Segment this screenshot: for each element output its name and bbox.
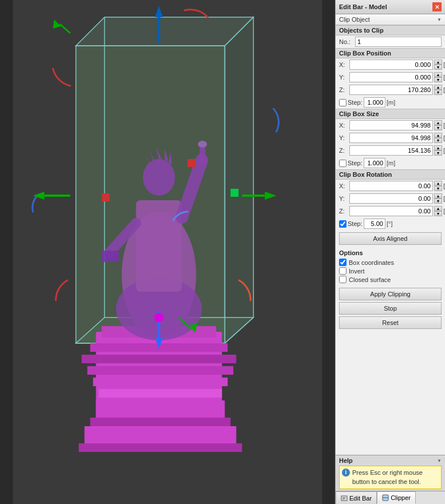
options-section: Options Box coordinates Invert Closed su… [336,247,445,286]
size-y-label: Y: [339,134,348,141]
size-z-up[interactable]: ▲ [434,145,442,150]
position-z-down[interactable]: ▼ [434,90,442,95]
position-step-input[interactable] [364,97,385,108]
position-y-label: Y: [339,74,348,81]
position-x-row: X: ▲ ▼ [m] [336,58,445,71]
rotation-x-spinner[interactable]: ▲ ▼ [434,181,442,191]
clip-box-rotation-header: Clip Box Rotation [336,169,445,180]
position-x-spinner[interactable]: ▲ ▼ [434,59,442,70]
rotation-step-row: Step: [°] [336,217,445,230]
svg-rect-16 [79,443,242,452]
rotation-y-row: Y: ▲ ▼ [°] [336,192,445,205]
position-z-row: Z: ▲ ▼ [m] [336,84,445,96]
position-y-up[interactable]: ▲ [434,72,442,77]
size-z-spinner[interactable]: ▲ ▼ [434,145,442,156]
svg-rect-11 [93,378,228,386]
3d-viewport[interactable] [0,0,335,504]
position-y-input[interactable] [349,72,433,82]
position-step-label: Step: [348,99,363,106]
position-x-up[interactable]: ▲ [434,59,442,65]
size-x-spinner[interactable]: ▲ ▼ [434,120,442,130]
size-x-down[interactable]: ▼ [434,125,442,130]
size-y-spinner[interactable]: ▲ ▼ [434,133,442,143]
position-x-input[interactable] [349,59,433,70]
position-z-input[interactable] [349,85,433,95]
position-z-spinner[interactable]: ▲ ▼ [434,85,442,95]
size-y-up[interactable]: ▲ [434,133,442,138]
position-y-down[interactable]: ▼ [434,77,442,82]
help-section: Help ▼ i Press Esc or right mouse button… [336,455,445,491]
rotation-z-label: Z: [339,208,348,215]
size-z-input[interactable] [349,145,433,156]
close-button[interactable]: ✕ [432,2,442,11]
dropdown-arrow: ▼ [437,17,442,22]
invert-row: Invert [339,267,442,275]
size-step-label: Step: [348,160,363,166]
size-x-row: X: ▲ ▼ [m] [336,119,445,132]
size-x-label: X: [339,122,348,129]
svg-point-42 [155,313,164,322]
invert-checkbox[interactable] [339,267,346,275]
options-title: Options [339,249,442,256]
clipper-icon [382,494,389,501]
objects-to-clip-header: Objects to Clip [336,25,445,35]
rotation-y-input[interactable] [349,193,433,204]
box-coordinates-row: Box coordinates [339,258,442,267]
edit-bar-icon [341,495,348,502]
rotation-y-spinner[interactable]: ▲ ▼ [434,193,442,204]
svg-rect-39 [188,159,196,167]
size-step-input[interactable] [364,158,385,168]
rotation-x-input[interactable] [349,181,433,191]
closed-surface-label: Closed surface [349,276,391,283]
rotation-y-down[interactable]: ▼ [434,199,442,204]
clipper-tab-label: Clipper [391,494,411,501]
size-z-down[interactable]: ▼ [434,150,442,156]
rotation-z-spinner[interactable]: ▲ ▼ [434,206,442,216]
reset-button[interactable]: Reset [339,316,442,329]
no-input[interactable] [355,37,442,47]
size-x-input[interactable] [349,120,433,130]
apply-clipping-button[interactable]: Apply Clipping [339,288,442,300]
position-x-down[interactable]: ▼ [434,65,442,70]
rotation-step-label: Step: [348,220,363,227]
position-step-checkbox[interactable] [339,99,346,106]
size-z-row: Z: ▲ ▼ [m] [336,144,445,157]
rotation-z-up[interactable]: ▲ [434,206,442,211]
svg-rect-13 [96,400,225,418]
edit-bar-tab-label: Edit Bar [349,495,372,502]
closed-surface-checkbox[interactable] [339,276,346,283]
edit-bar-tab[interactable]: Edit Bar [336,491,377,504]
position-z-up[interactable]: ▲ [434,85,442,90]
rotation-step-input[interactable] [364,219,385,229]
rotation-z-down[interactable]: ▼ [434,211,442,216]
help-text: Press Esc or right mouse button to cance… [352,469,423,485]
panel-content: Objects to Clip No.: Clip Box Position X… [336,25,445,455]
rotation-y-up[interactable]: ▲ [434,193,442,199]
rotation-x-down[interactable]: ▼ [434,186,442,191]
size-step-checkbox[interactable] [339,160,346,167]
svg-point-28 [198,141,207,148]
help-icon: i [342,469,350,477]
svg-rect-15 [85,426,237,443]
stop-button[interactable]: Stop [339,302,442,315]
objects-to-clip-row: No.: [336,35,445,48]
position-z-label: Z: [339,86,348,93]
size-x-up[interactable]: ▲ [434,120,442,125]
clip-object-dropdown[interactable]: Clip Object ▼ [336,14,445,25]
size-y-input[interactable] [349,133,433,143]
invert-label: Invert [349,268,365,275]
rotation-x-up[interactable]: ▲ [434,181,442,186]
panel-titlebar: Edit Bar - Model ✕ [336,0,445,14]
rotation-z-input[interactable] [349,206,433,216]
axis-aligned-button[interactable]: Axis Aligned [339,232,442,245]
svg-rect-14 [90,418,231,426]
clipper-tab[interactable]: Clipper [377,491,416,504]
size-y-down[interactable]: ▼ [434,138,442,143]
bottom-tabs: Edit Bar Clipper [336,491,445,504]
help-label: Help ▼ [339,457,442,464]
svg-rect-27 [200,148,206,165]
rotation-step-checkbox[interactable] [339,220,346,228]
position-y-spinner[interactable]: ▲ ▼ [434,72,442,82]
help-title: Help [339,457,353,464]
box-coordinates-checkbox[interactable] [339,259,346,266]
